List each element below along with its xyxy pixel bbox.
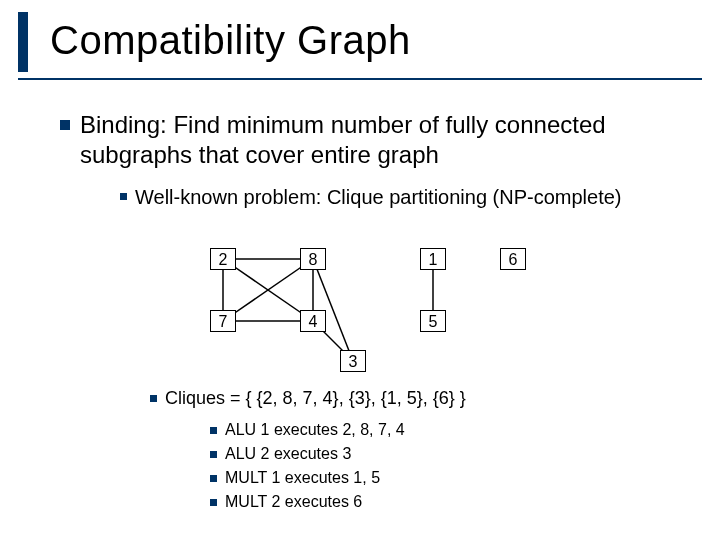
graph-node-3: 3 bbox=[340, 350, 366, 372]
slide: Compatibility Graph Binding: Find minimu… bbox=[0, 0, 720, 540]
assign-text: MULT 2 executes 6 bbox=[225, 490, 362, 514]
graph-edges-svg bbox=[190, 240, 550, 380]
bullet-level1: Binding: Find minimum number of fully co… bbox=[60, 110, 670, 170]
graph-node-2: 2 bbox=[210, 248, 236, 270]
list-item: ALU 2 executes 3 bbox=[210, 442, 405, 466]
assignments-list: ALU 1 executes 2, 8, 7, 4 ALU 2 executes… bbox=[210, 418, 405, 514]
graph-node-1: 1 bbox=[420, 248, 446, 270]
title-underline bbox=[18, 78, 702, 80]
bullet-sub-text: Well-known problem: Clique partitioning … bbox=[135, 185, 622, 210]
compatibility-graph: 28743156 bbox=[190, 240, 550, 380]
square-bullet-icon bbox=[210, 427, 217, 434]
graph-node-8: 8 bbox=[300, 248, 326, 270]
square-bullet-icon bbox=[210, 475, 217, 482]
bullet-main-text: Binding: Find minimum number of fully co… bbox=[80, 110, 670, 170]
square-bullet-icon bbox=[60, 120, 70, 130]
square-bullet-icon bbox=[150, 395, 157, 402]
square-bullet-icon bbox=[120, 193, 127, 200]
bullet-level2: Well-known problem: Clique partitioning … bbox=[120, 185, 670, 210]
graph-node-4: 4 bbox=[300, 310, 326, 332]
assign-text: ALU 1 executes 2, 8, 7, 4 bbox=[225, 418, 405, 442]
graph-node-6: 6 bbox=[500, 248, 526, 270]
square-bullet-icon bbox=[210, 499, 217, 506]
list-item: MULT 2 executes 6 bbox=[210, 490, 405, 514]
graph-node-7: 7 bbox=[210, 310, 236, 332]
title-accent bbox=[18, 12, 28, 72]
bullet-cliques: Cliques = { {2, 8, 7, 4}, {3}, {1, 5}, {… bbox=[150, 388, 670, 409]
square-bullet-icon bbox=[210, 451, 217, 458]
slide-title: Compatibility Graph bbox=[50, 18, 411, 63]
graph-node-5: 5 bbox=[420, 310, 446, 332]
list-item: ALU 1 executes 2, 8, 7, 4 bbox=[210, 418, 405, 442]
assign-text: MULT 1 executes 1, 5 bbox=[225, 466, 380, 490]
cliques-text: Cliques = { {2, 8, 7, 4}, {3}, {1, 5}, {… bbox=[165, 388, 466, 409]
assign-text: ALU 2 executes 3 bbox=[225, 442, 351, 466]
list-item: MULT 1 executes 1, 5 bbox=[210, 466, 405, 490]
